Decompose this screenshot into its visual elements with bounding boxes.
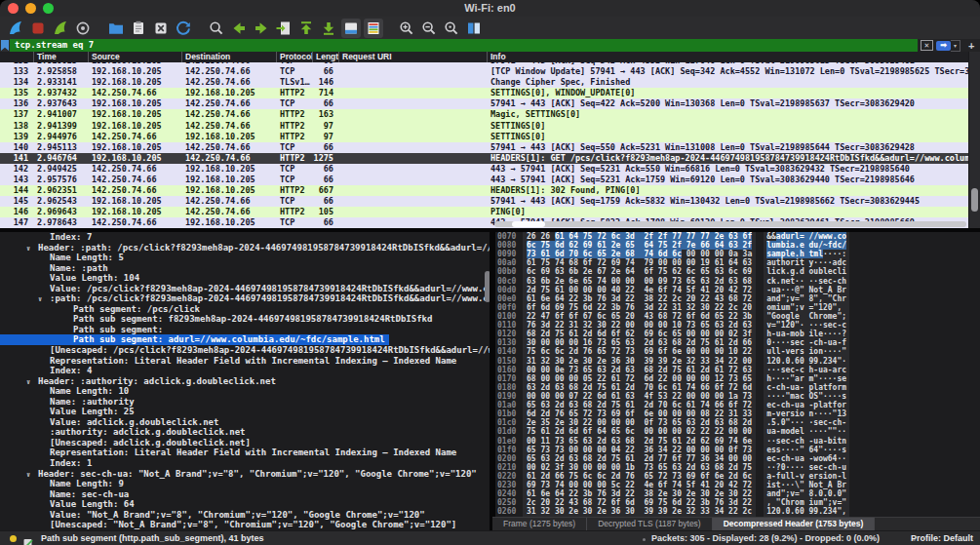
detail-line[interactable]: [Unescaped: adclick.g.doubleclick.net] <box>0 438 251 448</box>
zoom-original-icon[interactable] <box>442 19 461 38</box>
column-header-Destination[interactable]: Destination <box>181 52 276 62</box>
hex-row[interactable]: 01d075 61 2d 6d 6f 64 65 6c 00 00 00 02 … <box>495 427 980 436</box>
byte-view-tab[interactable]: Frame (1275 bytes) <box>492 518 587 530</box>
detail-line[interactable]: Name Length: 5 <box>0 253 124 263</box>
ascii-bytes[interactable]: lick.g.d oublecli <box>764 267 849 276</box>
filter-add-button[interactable]: + <box>968 40 974 52</box>
packet-row[interactable]: 1422.949425142.250.74.66192.168.10.205TC… <box>0 164 980 175</box>
ascii-bytes[interactable]: omium";v ="120", <box>764 303 849 312</box>
ascii-bytes[interactable]: and";v=" 8", "Chr <box>764 294 849 303</box>
hex-bytes[interactable]: 76 3d 22 31 32 30 22 00 00 00 10 73 65 6… <box>523 321 756 330</box>
zoom-out-icon[interactable] <box>419 19 439 38</box>
hex-row[interactable]: 012068 2d 75 61 2d 6d 6f 62 69 6c 65 00 … <box>495 330 980 338</box>
ascii-bytes[interactable]: ···sec-c h-ua-arc <box>764 366 849 374</box>
hex-bytes[interactable]: 61 75 74 68 6f 72 69 74 79 00 00 00 19 6… <box>523 258 756 267</box>
byte-view-tab[interactable]: Decompressed Header (1753 bytes) <box>713 518 876 530</box>
detail-line[interactable]: Value Length: 25 <box>0 407 135 417</box>
column-header-Request URI[interactable]: Request URI <box>338 52 487 62</box>
hex-row[interactable]: 02502c 20 22 43 68 72 6f 6d 69 75 6d 22 … <box>495 498 980 507</box>
hex-row[interactable]: 010022 47 6f 6f 67 6c 65 20 43 68 72 6f … <box>495 312 980 321</box>
packet-row[interactable]: 1412.946764192.168.10.205142.250.74.66HT… <box>0 153 980 164</box>
packet-row[interactable]: 1452.962543192.168.10.205142.250.74.66TC… <box>0 196 980 207</box>
filter-dropdown-caret-icon[interactable]: ▾ <box>951 40 960 52</box>
hex-bytes[interactable]: 6c 69 63 6b 2e 67 2e 64 6f 75 62 6c 65 6… <box>523 267 756 276</box>
detail-line[interactable]: Name: sec-ch-ua <box>0 489 129 500</box>
ascii-bytes[interactable]: lumbia.e du/~fdc/ <box>764 241 849 250</box>
hex-row[interactable]: 01f065 73 73 00 00 00 04 22 36 34 22 00 … <box>495 446 980 454</box>
detail-line[interactable]: [Unescaped: /pcs/click?f8293meh8ap-2024-… <box>0 345 490 356</box>
ascii-bytes[interactable]: &&adurl= //www.co <box>764 232 849 241</box>
detail-line[interactable]: Path segment: /pcs/click <box>0 304 200 315</box>
hex-bytes[interactable]: 75 6c 6c 2d 76 65 72 73 69 6f 6e 00 00 0… <box>523 347 756 356</box>
hex-row[interactable]: 00e061 6e 64 22 3b 76 3d 22 38 22 2c 20 … <box>495 294 980 303</box>
go-first-packet-icon[interactable] <box>296 19 316 38</box>
hex-bytes[interactable]: 2e 35 2e 30 22 00 00 00 0f 73 65 63 2d 6… <box>523 418 756 427</box>
save-file-icon[interactable] <box>129 19 148 38</box>
detail-line[interactable]: Name: :authority <box>0 397 135 408</box>
ascii-bytes[interactable]: .5.0"··· ·sec-ch- <box>764 418 849 427</box>
detail-line[interactable]: Name: :path <box>0 263 108 274</box>
ascii-bytes[interactable]: ec-ch-ua -platfor <box>764 401 849 409</box>
zoom-in-icon[interactable] <box>397 19 416 38</box>
filter-bookmark-icon[interactable] <box>0 39 10 52</box>
hex-row[interactable]: 01a065 63 2d 63 68 2d 75 61 2d 70 6c 61 … <box>495 401 980 409</box>
go-to-packet-icon[interactable] <box>274 19 294 38</box>
hex-bytes[interactable]: 65 73 73 00 00 00 04 22 36 34 22 00 00 0… <box>523 446 756 454</box>
hex-bytes[interactable]: 31 32 30 2e 30 2e 36 30 39 39 2e 32 33 3… <box>523 507 756 516</box>
packet-row[interactable]: 1382.941399192.168.10.205142.250.74.66HT… <box>0 121 980 132</box>
hex-bytes[interactable]: 63 2d 63 68 2d 75 61 2d 70 6c 61 74 66 6… <box>523 383 756 392</box>
detail-line[interactable]: Value: "Not_A Brand";v="8", "Chromium";v… <box>0 510 425 521</box>
hex-bytes[interactable]: 2d 75 61 00 00 00 40 22 4e 6f 74 5f 41 2… <box>523 286 756 294</box>
hex-bytes[interactable]: 65 63 2d 63 68 2d 75 61 2d 77 6f 77 36 3… <box>523 454 756 463</box>
ascii-bytes[interactable]: 120.0.60 99.234"· <box>764 357 849 366</box>
hex-bytes[interactable]: 61 6e 64 22 3b 76 3d 22 38 22 2c 20 22 4… <box>523 294 756 303</box>
ascii-bytes[interactable]: c-ch-ua- platform <box>764 383 849 392</box>
hex-row[interactable]: 014075 6c 6c 2d 76 65 72 73 69 6f 6e 00 … <box>495 347 980 356</box>
hex-row[interactable]: 024061 6e 64 22 3b 76 3d 22 38 2e 30 2e … <box>495 489 980 498</box>
hex-bytes[interactable]: 6f 6d 69 75 6d 22 3b 76 3d 22 31 32 30 2… <box>523 303 756 312</box>
display-filter-input[interactable]: tcp.stream eq 7 <box>10 39 918 52</box>
stop-capture-icon[interactable] <box>28 19 48 38</box>
horizontal-scrollbar-handle[interactable] <box>512 221 545 227</box>
detail-line[interactable]: Name Length: 10 <box>0 386 129 397</box>
hex-row[interactable]: 00f06f 6d 69 75 6d 22 3b 76 3d 22 31 32 … <box>495 303 980 312</box>
detail-line[interactable]: Name Length: 9 <box>0 479 124 489</box>
column-header-Time[interactable]: Time <box>33 52 88 62</box>
filter-clear-icon[interactable]: ✕ <box>921 40 933 51</box>
hex-row[interactable]: 01b06d 2d 76 65 72 73 69 6f 6e 00 00 00 … <box>495 409 980 418</box>
filter-apply-icon[interactable]: ➡ <box>936 41 951 51</box>
packet-row[interactable]: 1392.944976142.250.74.66192.168.10.205HT… <box>0 132 980 142</box>
hex-bytes[interactable]: 6c 75 6d 62 69 61 2e 65 64 75 2f 7e 66 6… <box>523 241 756 250</box>
hex-row[interactable]: 00c063 6b 2e 6e 65 74 00 00 00 09 73 65 … <box>495 277 980 286</box>
hex-row[interactable]: 022061 2d 66 75 6c 6c 2d 76 65 72 73 69 … <box>495 472 980 481</box>
hex-bytes[interactable]: 68 2d 75 61 2d 6d 6f 62 69 6c 65 00 00 0… <box>523 330 756 338</box>
packet-row[interactable]: 1372.941007192.168.10.205142.250.74.66HT… <box>0 109 980 120</box>
detail-line[interactable]: Representation: Literal Header Field wit… <box>0 356 456 367</box>
detail-line[interactable]: Index: 7 <box>0 232 92 243</box>
ascii-bytes[interactable]: ··?0···· sec-ch-u <box>764 463 849 472</box>
hex-row[interactable]: 00b06c 69 63 6b 2e 67 2e 64 6f 75 62 6c … <box>495 267 980 276</box>
find-packet-icon[interactable] <box>207 19 226 38</box>
detail-line[interactable]: Path sub segment: <box>0 325 163 335</box>
hex-row[interactable]: 023069 73 74 00 00 00 5c 22 4e 6f 74 5f … <box>495 481 980 489</box>
hex-row[interactable]: 00a061 75 74 68 6f 72 69 74 79 00 00 00 … <box>495 258 980 267</box>
packet-list-horizontal-scrollbar[interactable] <box>494 221 966 227</box>
go-forward-icon[interactable] <box>252 19 271 38</box>
hex-bytes[interactable]: 31 32 30 2e 30 2e 36 30 39 39 2e 32 33 3… <box>523 357 756 366</box>
expert-info-icon[interactable] <box>10 535 17 542</box>
reload-file-icon[interactable] <box>174 19 193 38</box>
hex-row[interactable]: 016000 00 0e 73 65 63 2d 63 68 2d 75 61 … <box>495 366 980 374</box>
capture-comment-icon[interactable] <box>23 534 33 545</box>
ascii-bytes[interactable]: ck.net·· ··sec-ch <box>764 277 849 286</box>
ascii-bytes[interactable]: h····"ar m"····se <box>764 374 849 383</box>
hex-row[interactable]: 007026 26 61 64 75 72 6c 3d 2f 2f 77 77 … <box>495 232 980 241</box>
open-file-icon[interactable] <box>106 19 126 38</box>
hex-bytes[interactable]: 73 61 6d 70 6c 65 2e 68 74 6d 6c 00 00 0… <box>523 250 756 258</box>
hex-row[interactable]: 00d02d 75 61 00 00 00 40 22 4e 6f 74 5f … <box>495 286 980 294</box>
go-last-packet-icon[interactable] <box>319 19 338 38</box>
detail-line[interactable]: Representation: Literal Header Field wit… <box>0 448 456 458</box>
hex-row[interactable]: 00806c 75 6d 62 69 61 2e 65 64 75 2f 7e … <box>495 241 980 250</box>
column-header-Info[interactable]: Info <box>487 52 980 62</box>
ascii-bytes[interactable]: sample.h tml····: <box>764 250 849 258</box>
ascii-bytes[interactable]: and";v=" 8.0.0.0" <box>764 489 849 498</box>
